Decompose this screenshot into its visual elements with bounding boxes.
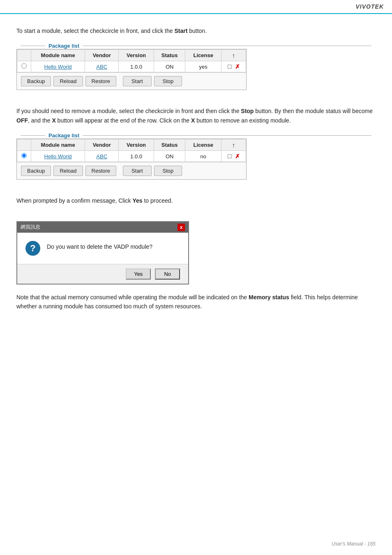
- table-header-row-1: Module name Vendor Version Status Licens…: [17, 50, 246, 61]
- action-row-2: Backup Reload Restore Start Stop: [17, 162, 246, 179]
- row-radio-1[interactable]: [17, 61, 31, 72]
- para3b-yes: Yes: [132, 197, 142, 204]
- footer: User's Manual - 165: [332, 541, 376, 547]
- row-version-1: 1.0.0: [119, 61, 154, 72]
- header: VIVOTEK: [0, 0, 392, 14]
- start-button-1[interactable]: Start: [123, 76, 151, 86]
- col-module-1: Module name: [31, 50, 85, 61]
- package-list-2-box: Module name Vendor Version Status Licens…: [16, 139, 247, 180]
- dialog-message-text: Do you want to delete the VADP module?: [47, 241, 152, 250]
- package-table-2: Module name Vendor Version Status Licens…: [17, 139, 246, 162]
- row-version-2: 1.0.0: [119, 151, 154, 162]
- col-module-2: Module name: [31, 139, 85, 151]
- col-version-2: Version: [119, 139, 154, 151]
- intro-start-bold: Start: [174, 28, 187, 34]
- dialog-container: 網頁訊息 x ? Do you want to delete the VADP …: [16, 221, 189, 284]
- package-list-1-title: Package list: [48, 43, 79, 49]
- delete-icon-2[interactable]: ✗: [235, 153, 240, 160]
- upload-icon-1: ↑: [232, 52, 235, 59]
- package-list-1-title-line: Package list: [16, 43, 376, 49]
- package-table-1: Module name Vendor Version Status Licens…: [17, 49, 246, 72]
- para2b-stop: Stop: [241, 108, 254, 114]
- radio-input-2[interactable]: [21, 153, 27, 158]
- col-vendor-1: Vendor: [85, 50, 119, 61]
- table-row: Hello World ABC 1.0.0 ON yes ☐ ✗: [17, 61, 246, 72]
- footer-text: User's Manual - 165: [332, 541, 376, 547]
- package-list-1-box: Module name Vendor Version Status Licens…: [16, 49, 247, 90]
- dialog-close-button[interactable]: x: [178, 224, 185, 231]
- stop-button-2[interactable]: Stop: [154, 166, 182, 176]
- package-list-1: Package list Module name Vendor Version …: [16, 43, 376, 98]
- row-vendor-2[interactable]: ABC: [85, 151, 119, 162]
- package-list-2-title-line: Package list: [16, 132, 376, 139]
- para2g-text: button will appear at the end of the row…: [56, 117, 191, 124]
- brand-logo: VIVOTEK: [356, 3, 384, 10]
- para2f-x: X: [52, 117, 55, 124]
- dialog-footer: Yes No: [17, 264, 188, 284]
- dialog-question-icon: ?: [25, 241, 40, 256]
- para3a-text: When prompted by a confirm message, Clic…: [16, 197, 132, 204]
- restore-button-2[interactable]: Restore: [85, 166, 117, 176]
- delete-icon-1[interactable]: ✗: [235, 63, 240, 70]
- row-license-2: no: [185, 151, 221, 162]
- vendor-link-2[interactable]: ABC: [96, 153, 107, 160]
- module-name-link-2[interactable]: Hello World: [44, 153, 72, 160]
- row-vendor-1[interactable]: ABC: [85, 61, 119, 72]
- package-list-2-title: Package list: [48, 132, 79, 139]
- col-status-1: Status: [154, 50, 185, 61]
- col-version-1: Version: [119, 50, 154, 61]
- remove-paragraph: If you should need to remove a module, s…: [16, 106, 376, 125]
- para3c-text: to proceed.: [143, 197, 173, 204]
- col-license-2: License: [185, 139, 221, 151]
- radio-input-1[interactable]: [21, 63, 27, 69]
- row-actions-1: ☐ ✗: [221, 61, 246, 72]
- table-header-row-2: Module name Vendor Version Status Licens…: [17, 139, 246, 151]
- col-actions-2: ↑: [221, 139, 246, 151]
- vendor-link-1[interactable]: ABC: [96, 64, 107, 70]
- para2d-off: OFF: [16, 117, 28, 124]
- intro-paragraph: To start a module, select the checkcircl…: [16, 26, 376, 35]
- dialog-title: 網頁訊息: [21, 224, 40, 231]
- para2a-text: If you should need to remove a module, s…: [16, 108, 241, 114]
- para2c-text: button. By then the module status will b…: [254, 108, 373, 114]
- intro-text-1c: button.: [187, 28, 207, 34]
- col-actions-1: ↑: [221, 50, 246, 61]
- col-select-1: [17, 50, 31, 61]
- backup-button-2[interactable]: Backup: [21, 166, 51, 176]
- dialog-no-button[interactable]: No: [155, 268, 180, 280]
- monitor-icon-2[interactable]: ☐: [227, 153, 232, 160]
- col-status-2: Status: [154, 139, 185, 151]
- para4a-text: Note that the actual memory consumed whi…: [16, 294, 249, 301]
- memory-paragraph: Note that the actual memory consumed whi…: [16, 293, 376, 311]
- para2i-text: button to remove an existing module.: [195, 117, 291, 124]
- reload-button-2[interactable]: Reload: [53, 166, 83, 176]
- upload-icon-2: ↑: [232, 141, 235, 148]
- confirm-paragraph: When prompted by a confirm message, Clic…: [16, 196, 376, 205]
- confirm-dialog: 網頁訊息 x ? Do you want to delete the VADP …: [16, 221, 189, 284]
- col-license-1: License: [185, 50, 221, 61]
- table-row: Hello World ABC 1.0.0 ON no ☐ ✗: [17, 151, 246, 162]
- para2h-x2: X: [191, 117, 195, 124]
- para4b-memory: Memory status: [249, 294, 289, 301]
- dialog-yes-button[interactable]: Yes: [126, 268, 151, 280]
- row-module-1[interactable]: Hello World: [31, 61, 85, 72]
- monitor-icon-1[interactable]: ☐: [227, 64, 232, 70]
- reload-button-1[interactable]: Reload: [53, 76, 83, 86]
- module-name-link-1[interactable]: Hello World: [44, 64, 72, 70]
- start-button-2[interactable]: Start: [123, 166, 151, 176]
- package-list-2: Package list Module name Vendor Version …: [16, 132, 376, 188]
- dialog-body: ? Do you want to delete the VADP module?: [17, 233, 188, 264]
- dialog-titlebar: 網頁訊息 x: [17, 222, 188, 233]
- intro-text-1a: To start a module, select the checkcircl…: [16, 28, 174, 34]
- main-content: To start a module, select the checkcircl…: [0, 14, 392, 343]
- row-radio-2[interactable]: [17, 151, 31, 162]
- row-module-2[interactable]: Hello World: [31, 151, 85, 162]
- restore-button-1[interactable]: Restore: [85, 76, 117, 86]
- stop-button-1[interactable]: Stop: [154, 76, 182, 86]
- row-license-1: yes: [185, 61, 221, 72]
- backup-button-1[interactable]: Backup: [21, 76, 51, 86]
- row-actions-2: ☐ ✗: [221, 151, 246, 162]
- para2e-text: , and the: [28, 117, 52, 124]
- col-vendor-2: Vendor: [85, 139, 119, 151]
- action-row-1: Backup Reload Restore Start Stop: [17, 72, 246, 90]
